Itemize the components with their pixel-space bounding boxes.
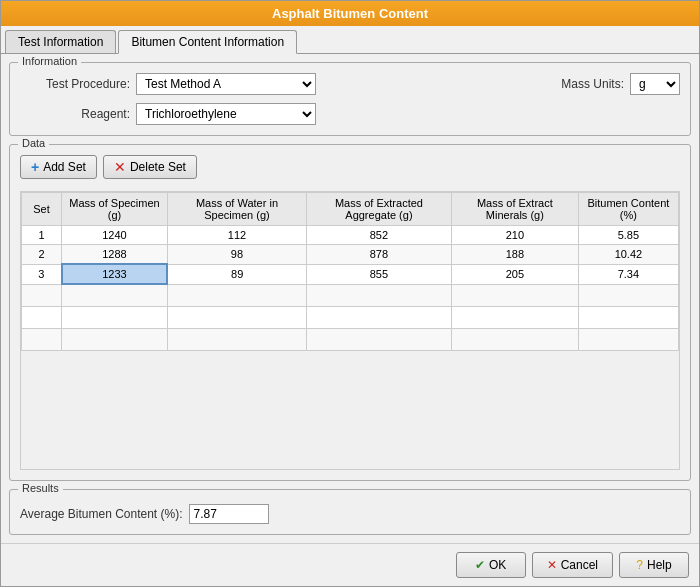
cell-mass-extracted-aggregate-3: 855 (306, 264, 451, 284)
reagent-select[interactable]: Trichloroethylene Other (136, 103, 316, 125)
mass-units-select[interactable]: g kg lb (630, 73, 680, 95)
avg-bitumen-input[interactable] (189, 504, 269, 524)
test-procedure-select[interactable]: Test Method A Test Method B (136, 73, 316, 95)
title-bar: Asphalt Bitumen Content (1, 1, 699, 26)
col-header-mass-specimen: Mass of Specimen (g) (62, 193, 168, 226)
mass-units-group: Mass Units: g kg lb (561, 73, 680, 95)
results-row: Average Bitumen Content (%): (20, 500, 680, 524)
mass-units-label: Mass Units: (561, 77, 624, 91)
results-group-title: Results (18, 482, 63, 494)
data-group: Data + Add Set ✕ Delete Set Set Mass of … (9, 144, 691, 481)
main-content: Information Test Procedure: Test Method … (1, 54, 699, 543)
cell-mass-water-3: 89 (167, 264, 306, 284)
cell-mass-extract-minerals-2: 188 (451, 245, 578, 265)
data-table-wrapper: Set Mass of Specimen (g) Mass of Water i… (20, 191, 680, 470)
reagent-label: Reagent: (20, 107, 130, 121)
help-button[interactable]: ? Help (619, 552, 689, 578)
empty-cell (22, 328, 62, 350)
cancel-button[interactable]: ✕ Cancel (532, 552, 613, 578)
empty-cell (306, 306, 451, 328)
cell-mass-extract-minerals-1: 210 (451, 226, 578, 245)
empty-cell (62, 284, 168, 306)
data-table: Set Mass of Specimen (g) Mass of Water i… (21, 192, 679, 351)
reagent-row: Reagent: Trichloroethylene Other (20, 103, 680, 125)
test-procedure-label: Test Procedure: (20, 77, 130, 91)
table-row-empty (22, 306, 679, 328)
cell-mass-water-2: 98 (167, 245, 306, 265)
table-row-empty (22, 328, 679, 350)
cell-mass-extract-minerals-3: 205 (451, 264, 578, 284)
cancel-icon: ✕ (547, 558, 557, 572)
bottom-bar: ✔ OK ✕ Cancel ? Help (1, 543, 699, 586)
delete-set-button[interactable]: ✕ Delete Set (103, 155, 197, 179)
help-icon: ? (636, 558, 643, 572)
ok-icon: ✔ (475, 558, 485, 572)
cell-bitumen-content-3: 7.34 (578, 264, 678, 284)
cell-mass-specimen-1: 1240 (62, 226, 168, 245)
cell-bitumen-content-2: 10.42 (578, 245, 678, 265)
empty-cell (22, 306, 62, 328)
test-procedure-row: Test Procedure: Test Method A Test Metho… (20, 73, 680, 95)
table-row[interactable]: 3 1233 89 855 205 7.34 (22, 264, 679, 284)
data-button-row: + Add Set ✕ Delete Set (20, 155, 680, 179)
add-icon: + (31, 160, 39, 174)
cell-mass-specimen-2: 1288 (62, 245, 168, 265)
empty-cell (22, 284, 62, 306)
table-header-row: Set Mass of Specimen (g) Mass of Water i… (22, 193, 679, 226)
data-group-title: Data (18, 137, 49, 149)
empty-cell (451, 328, 578, 350)
empty-cell (578, 284, 678, 306)
empty-cell (167, 328, 306, 350)
add-set-button[interactable]: + Add Set (20, 155, 97, 179)
table-row[interactable]: 2 1288 98 878 188 10.42 (22, 245, 679, 265)
col-header-set: Set (22, 193, 62, 226)
ok-button[interactable]: ✔ OK (456, 552, 526, 578)
col-header-bitumen-content: Bitumen Content (%) (578, 193, 678, 226)
results-group: Results Average Bitumen Content (%): (9, 489, 691, 535)
cell-mass-extracted-aggregate-2: 878 (306, 245, 451, 265)
col-header-mass-extract-minerals: Mass of Extract Minerals (g) (451, 193, 578, 226)
tab-test-information[interactable]: Test Information (5, 30, 116, 53)
empty-cell (578, 328, 678, 350)
cell-set-2: 2 (22, 245, 62, 265)
information-section: Test Procedure: Test Method A Test Metho… (20, 73, 680, 125)
empty-cell (578, 306, 678, 328)
avg-bitumen-label: Average Bitumen Content (%): (20, 507, 183, 521)
cell-set-3: 3 (22, 264, 62, 284)
table-row-empty (22, 284, 679, 306)
empty-cell (62, 328, 168, 350)
table-row[interactable]: 1 1240 112 852 210 5.85 (22, 226, 679, 245)
main-window: Asphalt Bitumen Content Test Information… (0, 0, 700, 587)
information-group: Information Test Procedure: Test Method … (9, 62, 691, 136)
information-group-title: Information (18, 55, 81, 67)
col-header-mass-extracted-aggregate: Mass of Extracted Aggregate (g) (306, 193, 451, 226)
cell-mass-extracted-aggregate-1: 852 (306, 226, 451, 245)
cell-mass-specimen-3-selected[interactable]: 1233 (62, 264, 168, 284)
delete-icon: ✕ (114, 160, 126, 174)
empty-cell (451, 306, 578, 328)
cell-mass-water-1: 112 (167, 226, 306, 245)
tab-bitumen-content-information[interactable]: Bitumen Content Information (118, 30, 297, 54)
cell-bitumen-content-1: 5.85 (578, 226, 678, 245)
window-title: Asphalt Bitumen Content (272, 6, 428, 21)
empty-cell (167, 306, 306, 328)
col-header-mass-water: Mass of Water in Specimen (g) (167, 193, 306, 226)
empty-cell (167, 284, 306, 306)
empty-cell (451, 284, 578, 306)
empty-cell (306, 328, 451, 350)
tab-bar: Test Information Bitumen Content Informa… (1, 26, 699, 54)
empty-cell (306, 284, 451, 306)
cell-set-1: 1 (22, 226, 62, 245)
empty-cell (62, 306, 168, 328)
